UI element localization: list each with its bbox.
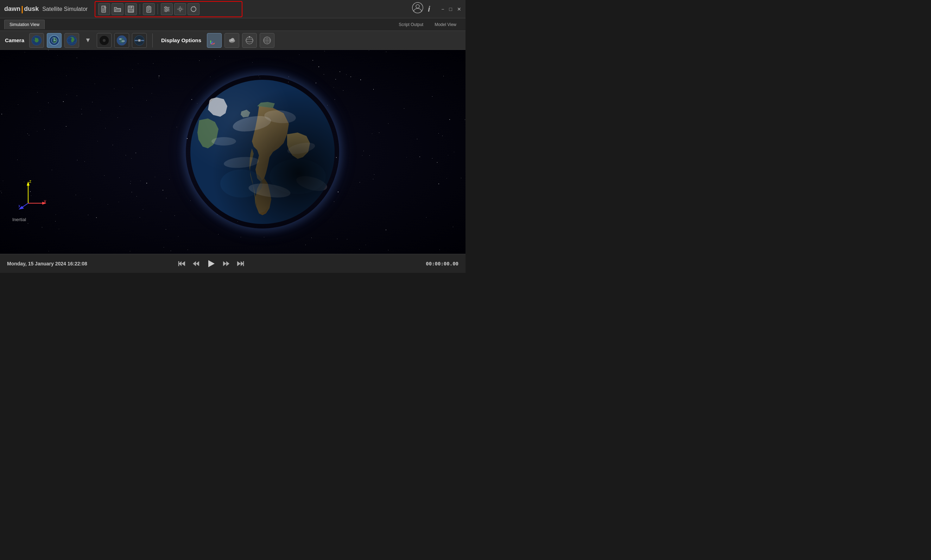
camera-extra-2-button[interactable] <box>114 33 129 48</box>
display-axes-button[interactable] <box>207 33 222 48</box>
svg-marker-95 <box>237 261 241 266</box>
svg-point-21 <box>416 5 419 8</box>
svg-point-59 <box>249 36 250 38</box>
new-file-button[interactable] <box>98 3 110 15</box>
tab-model-view[interactable]: Model View <box>429 20 461 29</box>
svg-point-58 <box>246 39 253 42</box>
camera-dropdown-arrow[interactable]: ▼ <box>85 37 91 44</box>
play-button[interactable] <box>206 259 216 269</box>
minimize-button[interactable]: − <box>441 6 444 12</box>
svg-marker-90 <box>193 261 196 266</box>
skip-forward-button[interactable] <box>236 260 244 268</box>
svg-text:x: x <box>18 203 20 208</box>
display-grid-button[interactable] <box>260 33 275 48</box>
app-logo: dawn|dusk <box>4 5 39 14</box>
svg-point-56 <box>233 40 235 42</box>
logo-pipe: | <box>21 5 23 14</box>
svg-text:z: z <box>29 179 31 184</box>
timestamp: Monday, 15 January 2024 16:22:08 <box>7 261 87 266</box>
rewind-button[interactable] <box>192 260 200 268</box>
view-tabs-right: Script Output Model View <box>394 20 461 29</box>
status-bar: Monday, 15 January 2024 16:22:08 <box>0 254 465 273</box>
svg-rect-41 <box>138 39 140 42</box>
logo-dusk: dusk <box>24 5 39 13</box>
display-orbit-button[interactable] <box>242 33 257 48</box>
svg-point-37 <box>119 38 122 40</box>
user-icon[interactable] <box>412 2 424 16</box>
svg-marker-93 <box>223 261 226 266</box>
title-bar: dawn|dusk Satellite Simulator <box>0 0 465 18</box>
display-separator <box>152 33 153 48</box>
tab-script-output[interactable]: Script Output <box>394 20 428 29</box>
open-file-button[interactable] <box>111 3 124 15</box>
earth-container <box>188 78 337 226</box>
svg-marker-92 <box>208 260 215 267</box>
title-bar-right: i − □ ✕ <box>412 2 461 16</box>
camera-earth-clock-button[interactable] <box>47 33 62 48</box>
toolbar-sep-2 <box>157 4 158 14</box>
svg-point-14 <box>165 6 167 8</box>
svg-point-77 <box>190 80 335 224</box>
svg-point-57 <box>246 37 253 44</box>
info-icon[interactable]: i <box>428 5 430 14</box>
sliders-button[interactable] <box>161 3 173 15</box>
svg-rect-43 <box>141 40 144 41</box>
reset-button[interactable] <box>188 3 199 15</box>
svg-point-28 <box>54 40 55 41</box>
svg-marker-94 <box>226 261 229 266</box>
display-clouds-button[interactable] <box>224 33 239 48</box>
camera-bar: Camera ▼ <box>0 31 465 50</box>
camera-extra-1-button[interactable] <box>97 33 111 48</box>
svg-point-19 <box>179 8 182 10</box>
svg-marker-91 <box>196 261 199 266</box>
fast-forward-button[interactable] <box>222 260 230 268</box>
svg-point-16 <box>167 8 169 10</box>
toolbar <box>95 1 242 17</box>
camera-satellite-button[interactable] <box>132 33 147 48</box>
camera-label: Camera <box>5 37 24 43</box>
window-controls: − □ ✕ <box>441 6 461 12</box>
display-options-label: Display Options <box>161 37 201 43</box>
coordinate-axes: z y x <box>18 178 49 212</box>
close-button[interactable]: ✕ <box>457 6 461 12</box>
skip-back-button[interactable] <box>178 260 186 268</box>
svg-marker-51 <box>210 40 212 42</box>
earth <box>188 78 337 226</box>
config-button[interactable] <box>174 3 186 15</box>
svg-point-34 <box>103 39 105 42</box>
app-title: Satellite Simulator <box>42 6 88 12</box>
svg-point-18 <box>165 10 167 12</box>
maximize-button[interactable]: □ <box>449 6 452 12</box>
timecode: 00:00:00.00 <box>426 261 459 266</box>
playback-controls <box>178 259 244 269</box>
viewport[interactable]: z y x Inertial <box>0 50 465 254</box>
toolbar-sep-1 <box>140 4 140 14</box>
logo-dawn: dawn <box>4 5 20 13</box>
svg-point-38 <box>121 40 125 42</box>
svg-marker-89 <box>182 261 185 266</box>
svg-rect-5 <box>129 6 132 8</box>
svg-rect-42 <box>135 40 137 41</box>
svg-rect-6 <box>129 9 133 12</box>
svg-text:y: y <box>44 198 46 203</box>
inertial-label: Inertial <box>12 217 26 222</box>
svg-point-20 <box>412 3 423 13</box>
camera-earth-africa-button[interactable] <box>29 33 44 48</box>
view-tabs: Simulation View Script Output Model View <box>0 18 465 31</box>
camera-earth-globe-button[interactable] <box>64 33 79 48</box>
tab-simulation-view[interactable]: Simulation View <box>4 20 45 29</box>
save-file-button[interactable] <box>125 3 137 15</box>
svg-rect-0 <box>102 6 105 12</box>
svg-rect-9 <box>148 6 150 8</box>
clipboard-button[interactable] <box>143 3 155 15</box>
